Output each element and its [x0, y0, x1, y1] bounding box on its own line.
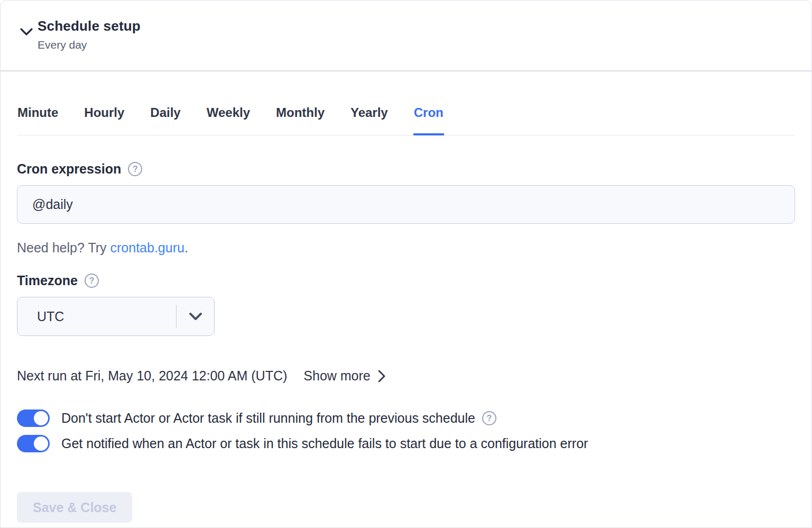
cron-expression-label-row: Cron expression [17, 161, 795, 177]
page-subtitle: Every day [38, 39, 141, 51]
help-icon[interactable] [482, 411, 496, 425]
content: Minute Hourly Daily Weekly Monthly Yearl… [1, 105, 811, 523]
timezone-selected-value: UTC [17, 309, 176, 324]
header: Schedule setup Every day [1, 1, 811, 71]
tab-monthly[interactable]: Monthly [275, 105, 325, 135]
cron-expression-input[interactable] [17, 185, 795, 224]
toggle-knob [34, 411, 48, 425]
dont-start-toggle[interactable] [17, 409, 50, 427]
cron-help-text: Need help? Try [17, 240, 110, 255]
chevron-right-icon [378, 369, 386, 383]
show-more-label: Show more [303, 368, 370, 384]
timezone-label: Timezone [17, 273, 78, 288]
help-icon[interactable] [85, 274, 99, 288]
crontab-guru-link[interactable]: crontab.guru [110, 240, 184, 255]
toggle-options: Don't start Actor or Actor task if still… [17, 409, 795, 452]
cron-expression-label: Cron expression [17, 161, 121, 177]
toggle-row-notify: Get notified when an Actor or task in th… [17, 435, 795, 452]
show-more-button[interactable]: Show more [303, 368, 385, 384]
tab-yearly[interactable]: Yearly [350, 105, 389, 135]
timezone-select[interactable]: UTC [17, 297, 215, 336]
help-icon[interactable] [128, 162, 142, 176]
tab-cron[interactable]: Cron [413, 105, 444, 135]
next-run-text: Next run at Fri, May 10, 2024 12:00 AM (… [17, 368, 287, 384]
cron-help-suffix: . [184, 240, 188, 255]
tab-hourly[interactable]: Hourly [84, 105, 125, 135]
timezone-label-row: Timezone [17, 273, 795, 288]
collapse-chevron-button[interactable] [20, 27, 33, 37]
notify-toggle[interactable] [17, 435, 50, 452]
page-title: Schedule setup [38, 18, 141, 34]
toggle-knob [34, 436, 48, 451]
schedule-setup-panel: Schedule setup Every day Minute Hourly D… [0, 0, 812, 528]
tab-daily[interactable]: Daily [150, 105, 181, 135]
chevron-down-icon [20, 27, 33, 37]
save-close-button[interactable]: Save & Close [17, 492, 132, 523]
cron-help-line: Need help? Try crontab.guru. [17, 240, 795, 256]
chevron-down-icon [177, 312, 214, 321]
tab-weekly[interactable]: Weekly [206, 105, 251, 135]
next-run-row: Next run at Fri, May 10, 2024 12:00 AM (… [17, 368, 795, 384]
toggle-row-dont-start: Don't start Actor or Actor task if still… [17, 409, 795, 427]
tab-minute[interactable]: Minute [17, 105, 59, 135]
schedule-type-tabs: Minute Hourly Daily Weekly Monthly Yearl… [17, 105, 795, 135]
toggle-label: Don't start Actor or Actor task if still… [61, 411, 475, 426]
toggle-label: Get notified when an Actor or task in th… [61, 436, 588, 451]
header-texts: Schedule setup Every day [38, 18, 141, 51]
